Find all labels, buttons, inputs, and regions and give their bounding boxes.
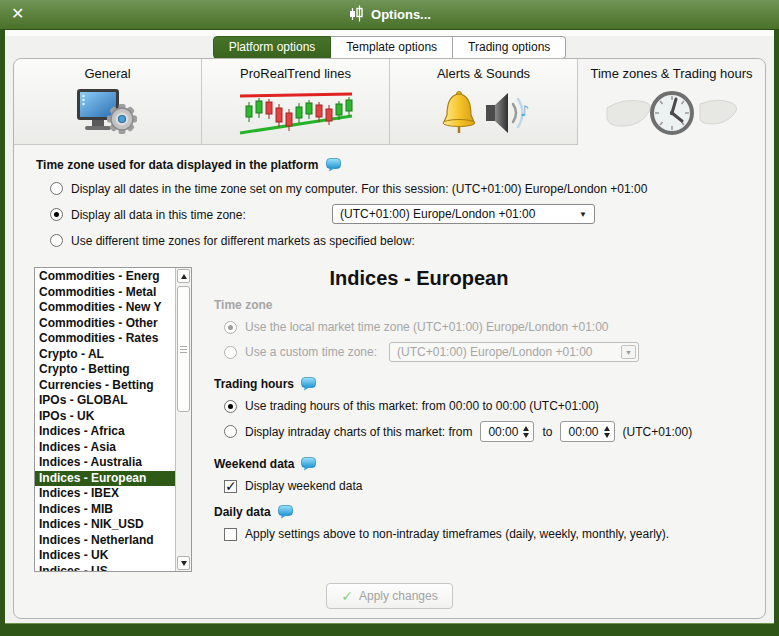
stepper-arrows-icon[interactable] bbox=[604, 426, 610, 438]
chevron-down-icon: ▼ bbox=[579, 210, 587, 219]
weekend-data-option[interactable]: Display weekend data bbox=[224, 479, 765, 493]
list-item[interactable]: Indices - NIK_USD bbox=[35, 517, 175, 533]
market-settings-panel: Indices - European Time zone Use the loc… bbox=[214, 267, 765, 572]
arrow-up-icon bbox=[181, 274, 187, 279]
trend-candles-icon bbox=[202, 86, 389, 140]
list-item[interactable]: IPOs - UK bbox=[35, 409, 175, 425]
daily-data-label: Daily data bbox=[214, 505, 271, 519]
category-card-row: General bbox=[14, 59, 765, 145]
list-item[interactable]: Commodities - Rates bbox=[35, 331, 175, 347]
arrow-down-icon bbox=[181, 561, 187, 566]
stepper-arrows-icon[interactable] bbox=[523, 426, 529, 438]
timezone-section: Time zone used for data displayed in the… bbox=[14, 145, 765, 250]
help-bubble-icon[interactable] bbox=[278, 505, 293, 519]
option-local-market-timezone: Use the local market time zone (UTC+01:0… bbox=[224, 320, 765, 334]
list-item[interactable]: Indices - UK bbox=[35, 548, 175, 564]
options-tab-bar: Platform options Template options Tradin… bbox=[5, 36, 774, 59]
option-market-trading-hours[interactable]: Use trading hours of this market: from 0… bbox=[224, 399, 765, 413]
list-item[interactable]: Indices - IBEX bbox=[35, 486, 175, 502]
to-time-stepper[interactable]: 00:00 bbox=[560, 421, 614, 442]
dialog-body: Platform options Template options Tradin… bbox=[5, 30, 774, 623]
custom-timezone-dropdown-disabled: (UTC+01:00) Europe/London +01:00 ▼ bbox=[389, 342, 639, 362]
titlebar: ✕ Options... bbox=[0, 0, 779, 30]
option-computer-timezone[interactable]: Display all dates in the time zone set o… bbox=[50, 179, 765, 198]
daily-data-option[interactable]: Apply settings above to non-intraday tim… bbox=[224, 527, 765, 541]
list-item[interactable]: Indices - MIB bbox=[35, 502, 175, 518]
thumb-grip bbox=[180, 349, 187, 350]
svg-text:♪: ♪ bbox=[520, 102, 530, 120]
radio-computer-timezone[interactable] bbox=[50, 182, 63, 195]
clock-worldmap-icon bbox=[578, 86, 765, 140]
chevron-down-icon: ▼ bbox=[621, 345, 636, 359]
list-item[interactable]: Indices - US bbox=[35, 564, 175, 573]
window-title: Options... bbox=[371, 7, 431, 22]
radio-intraday-hours[interactable] bbox=[224, 425, 237, 438]
scroll-down-button[interactable] bbox=[177, 556, 190, 570]
tab-platform-options[interactable]: Platform options bbox=[213, 36, 332, 59]
list-item[interactable]: Crypto - Betting bbox=[35, 362, 175, 378]
market-split: Commodities - Energ Commodities - Metal … bbox=[14, 267, 765, 572]
list-item[interactable]: Commodities - Other bbox=[35, 316, 175, 332]
radio-local-market-timezone bbox=[224, 321, 237, 334]
option-per-market-timezone[interactable]: Use different time zones for different m… bbox=[50, 231, 765, 250]
monitor-gear-icon bbox=[14, 86, 201, 140]
list-item-selected[interactable]: Indices - European bbox=[35, 471, 175, 487]
list-item[interactable]: Indices - Africa bbox=[35, 424, 175, 440]
trading-hours-label: Trading hours bbox=[214, 377, 294, 391]
option-fixed-timezone[interactable]: Display all data in this time zone: (UTC… bbox=[50, 205, 765, 224]
market-listbox[interactable]: Commodities - Energ Commodities - Metal … bbox=[34, 267, 192, 572]
platform-options-panel: General bbox=[13, 58, 766, 619]
list-item[interactable]: Indices - Netherland bbox=[35, 533, 175, 549]
timezone-dropdown[interactable]: (UTC+01:00) Europe/London +01:00 ▼ bbox=[332, 204, 595, 224]
candlestick-icon bbox=[348, 5, 365, 25]
help-bubble-icon[interactable] bbox=[326, 158, 341, 172]
weekend-data-checkbox[interactable] bbox=[224, 480, 237, 493]
scrollbar-thumb[interactable] bbox=[177, 286, 190, 412]
bell-speaker-icon: ♪ bbox=[390, 86, 577, 140]
timezone-group-label: Time zone bbox=[214, 298, 765, 312]
radio-fixed-timezone[interactable] bbox=[50, 208, 63, 221]
list-item[interactable]: Indices - Asia bbox=[35, 440, 175, 456]
card-time-zones-trading-hours[interactable]: Time zones & Trading hours bbox=[578, 59, 765, 145]
card-general[interactable]: General bbox=[14, 59, 202, 145]
close-button[interactable]: ✕ bbox=[11, 4, 24, 24]
help-bubble-icon[interactable] bbox=[301, 377, 316, 391]
from-time-stepper[interactable]: 00:00 bbox=[480, 421, 534, 442]
list-item[interactable]: IPOs - GLOBAL bbox=[35, 393, 175, 409]
list-item[interactable]: Commodities - Metal bbox=[35, 285, 175, 301]
help-bubble-icon[interactable] bbox=[301, 457, 316, 471]
tab-template-options[interactable]: Template options bbox=[331, 36, 453, 59]
radio-market-trading-hours[interactable] bbox=[224, 400, 237, 413]
apply-changes-button[interactable]: ✓ Apply changes bbox=[326, 583, 452, 609]
option-custom-timezone: Use a custom time zone: (UTC+01:00) Euro… bbox=[224, 342, 765, 362]
list-item[interactable]: Currencies - Betting bbox=[35, 378, 175, 394]
timezone-section-header: Time zone used for data displayed in the… bbox=[36, 158, 319, 172]
daily-data-checkbox[interactable] bbox=[224, 528, 237, 541]
card-alerts-sounds[interactable]: Alerts & Sounds bbox=[390, 59, 578, 145]
list-item[interactable]: Commodities - New Y bbox=[35, 300, 175, 316]
tab-trading-options[interactable]: Trading options bbox=[453, 36, 566, 59]
option-intraday-hours[interactable]: Display intraday charts of this market: … bbox=[224, 421, 765, 442]
list-item[interactable]: Indices - Australia bbox=[35, 455, 175, 471]
card-prorealtrend-lines[interactable]: ProRealTrend lines bbox=[202, 59, 390, 145]
list-scrollbar[interactable] bbox=[175, 268, 191, 571]
radio-per-market-timezone[interactable] bbox=[50, 234, 63, 247]
list-item[interactable]: Crypto - AL bbox=[35, 347, 175, 363]
options-dialog: ✕ Options... Platform options Template o… bbox=[0, 0, 779, 636]
scroll-up-button[interactable] bbox=[177, 269, 190, 283]
list-item[interactable]: Commodities - Energ bbox=[35, 269, 175, 285]
check-icon: ✓ bbox=[341, 588, 353, 604]
weekend-data-label: Weekend data bbox=[214, 457, 294, 471]
radio-custom-timezone bbox=[224, 346, 237, 359]
market-title: Indices - European bbox=[214, 267, 624, 290]
